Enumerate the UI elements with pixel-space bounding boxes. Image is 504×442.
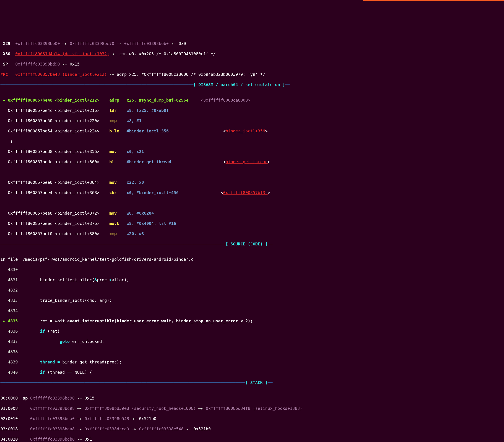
source-line: 4840 if (thread == NULL) { xyxy=(0,370,504,375)
disasm-row: 0xffffff800857be50 <binder_ioctl+220> cm… xyxy=(0,118,504,124)
section-stack: ────────────────────────────────────────… xyxy=(0,380,504,385)
source-line: 4837 goto err_unlocked; xyxy=(0,339,504,344)
terminal-viewport[interactable]: { "registers": { "x29": {"a": "0xffffffc… xyxy=(0,16,504,442)
disasm-row: 0xffffff800857bedc <binder_ioctl+360> bl… xyxy=(0,159,504,165)
disasm-row: 0xffffff800857be4c <binder_ioctl+216> ld… xyxy=(0,108,504,113)
stack-row: 04:0020│ 0xffffffc03398bdb0 ◂— 0x1 xyxy=(0,437,504,442)
source-line: 4831 binder_selftest_alloc(&proc->alloc)… xyxy=(0,277,504,283)
source-line: 4832 xyxy=(0,288,504,293)
stack-row: 02:0010│ 0xffffffc03398bda0 —▸ 0xffffffc… xyxy=(0,416,504,422)
reg-x30: X30 0xffffff80081d4b14 (do_vfs_ioctl+103… xyxy=(0,51,504,57)
stack-row: 00:0000│ sp 0xffffffc03398bd90 ◂— 0x15 xyxy=(0,396,504,401)
disasm-row: 0xffffff800857bee4 <binder_ioctl+368> cb… xyxy=(0,190,504,195)
source-line: 4836 if (ret) xyxy=(0,329,504,334)
section-source: ────────────────────────────────────────… xyxy=(0,241,504,247)
reg-x29: X29 0xffffffc03398be00 —▸ 0xffffffc03398… xyxy=(0,41,504,46)
disasm-row: 0xffffff800857beec <binder_ioctl+376> mo… xyxy=(0,221,504,226)
disasm-row: 0xffffff800857bee0 <binder_ioctl+364> mo… xyxy=(0,180,504,185)
source-line-current: ► 4835 ret = wait_event_interruptible(bi… xyxy=(0,318,504,324)
source-line: 4833 trace_binder_ioctl(cmd, arg); xyxy=(0,298,504,303)
disasm-row: 0xffffff800857bee8 <binder_ioctl+372> mo… xyxy=(0,211,504,216)
disasm-row: 0xffffff800857bef0 <binder_ioctl+380> cm… xyxy=(0,231,504,237)
source-line: 4830 xyxy=(0,267,504,272)
reg-sp: SP 0xffffffc03398bd90 ◂— 0x15 xyxy=(0,62,504,67)
reg-pc: *PC 0xffffff800857be48 (binder_ioctl+212… xyxy=(0,72,504,77)
source-file: In file: /media/psf/TwoT/android_kernel/… xyxy=(0,257,504,262)
disasm-row: 0xffffff800857be54 <binder_ioctl+224> b.… xyxy=(0,129,504,134)
source-line: 4834 xyxy=(0,308,504,313)
disasm-row: 0xffffff800857bed8 <binder_ioctl+356> mo… xyxy=(0,149,504,154)
disasm-down-icon: ↓ xyxy=(0,139,504,144)
disasm-row: ► 0xffffff800857be48 <binder_ioctl+212> … xyxy=(0,98,504,103)
empty xyxy=(0,201,504,206)
source-line: 4839 thread = binder_get_thread(proc); xyxy=(0,360,504,365)
section-disasm: ────────────────────────────────────────… xyxy=(0,82,504,88)
stack-row: 01:0008│ 0xffffffc03398bd98 —▸ 0xffffff8… xyxy=(0,406,504,411)
stack-row: 03:0018│ 0xffffffc03398bda8 —▸ 0xffffffc… xyxy=(0,426,504,432)
empty xyxy=(0,170,504,175)
source-line: 4838 xyxy=(0,349,504,354)
